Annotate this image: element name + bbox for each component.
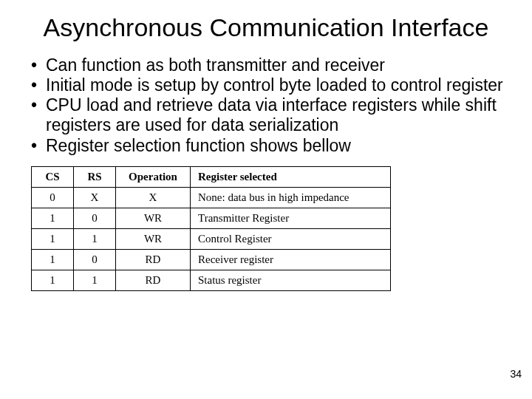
cell-op: WR bbox=[116, 228, 191, 249]
cell-op: X bbox=[116, 187, 191, 208]
cell-sel: None: data bus in high impedance bbox=[191, 187, 391, 208]
register-table: CS RS Operation Register selected 0 X X … bbox=[31, 166, 391, 291]
table-row: 1 1 WR Control Register bbox=[32, 228, 391, 249]
cell-cs: 1 bbox=[32, 249, 74, 270]
cell-op: RD bbox=[116, 249, 191, 270]
cell-cs: 1 bbox=[32, 208, 74, 228]
table-row: 0 X X None: data bus in high impedance bbox=[32, 187, 391, 208]
cell-rs: 0 bbox=[74, 249, 116, 270]
slide: Asynchronous Communication Interface Can… bbox=[0, 0, 532, 399]
page-number: 34 bbox=[510, 368, 522, 380]
cell-rs: 0 bbox=[74, 208, 116, 228]
cell-rs: 1 bbox=[74, 228, 116, 249]
cell-op: RD bbox=[116, 270, 191, 290]
cell-op: WR bbox=[116, 208, 191, 228]
list-item: Can function as both transmitter and rec… bbox=[27, 55, 505, 75]
col-header-rs: RS bbox=[74, 166, 116, 187]
cell-rs: X bbox=[74, 187, 116, 208]
page-title: Asynchronous Communication Interface bbox=[27, 13, 505, 42]
col-header-op: Operation bbox=[116, 166, 191, 187]
bullet-list: Can function as both transmitter and rec… bbox=[27, 55, 505, 156]
cell-sel: Transmitter Register bbox=[191, 208, 391, 228]
cell-cs: 0 bbox=[32, 187, 74, 208]
table-row: 1 0 RD Receiver register bbox=[32, 249, 391, 270]
table-row: 1 1 RD Status register bbox=[32, 270, 391, 290]
cell-sel: Control Register bbox=[191, 228, 391, 249]
cell-sel: Status register bbox=[191, 270, 391, 290]
list-item: CPU load and retrieve data via interface… bbox=[27, 95, 505, 135]
list-item: Initial mode is setup by control byte lo… bbox=[27, 75, 505, 95]
col-header-sel: Register selected bbox=[191, 166, 391, 187]
col-header-cs: CS bbox=[32, 166, 74, 187]
cell-cs: 1 bbox=[32, 228, 74, 249]
cell-rs: 1 bbox=[74, 270, 116, 290]
table-row: 1 0 WR Transmitter Register bbox=[32, 208, 391, 228]
cell-sel: Receiver register bbox=[191, 249, 391, 270]
cell-cs: 1 bbox=[32, 270, 74, 290]
table-header-row: CS RS Operation Register selected bbox=[32, 166, 391, 187]
list-item: Register selection function shows bellow bbox=[27, 136, 505, 156]
